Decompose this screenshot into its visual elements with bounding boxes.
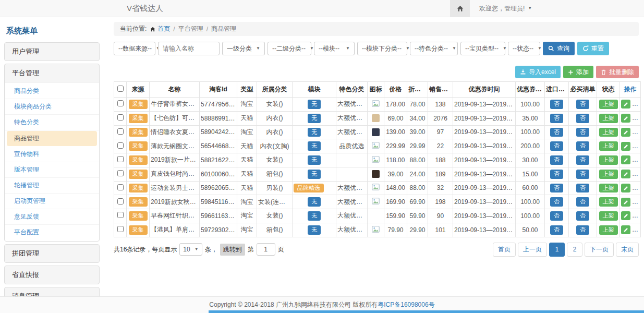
filter-select[interactable]: --模块--▼ <box>314 42 355 55</box>
import-select-toggle[interactable]: 否 <box>550 184 563 193</box>
sidebar-item[interactable]: 启动页管理 <box>5 194 99 209</box>
status-badge[interactable]: 上架 <box>599 170 618 179</box>
caret-down-icon: ▼ <box>195 247 199 251</box>
edit-button[interactable] <box>621 184 630 192</box>
status-badge[interactable]: 上架 <box>599 155 618 165</box>
must-buy-toggle[interactable]: 否 <box>576 170 589 179</box>
row-checkbox[interactable] <box>117 198 124 204</box>
sidebar-item[interactable]: 轮播管理 <box>5 178 99 194</box>
sidebar-item[interactable]: 特色分类 <box>5 115 99 130</box>
import-excel-button[interactable]: 导入excel <box>515 66 561 78</box>
search-button[interactable]: 查询 <box>543 42 575 55</box>
must-buy-toggle[interactable]: 否 <box>576 184 589 193</box>
status-badge[interactable]: 上架 <box>599 100 618 109</box>
filter-select[interactable]: --数据来源--▼ <box>114 42 155 55</box>
batch-delete-button[interactable]: 批量删除 <box>596 66 639 78</box>
sidebar-item[interactable]: 模块商品分类 <box>5 99 99 115</box>
edit-button[interactable] <box>621 225 630 234</box>
import-select-toggle[interactable]: 否 <box>550 100 563 109</box>
import-select-toggle[interactable]: 否 <box>550 141 563 151</box>
status-badge[interactable]: 上架 <box>599 114 618 123</box>
status-badge[interactable]: 上架 <box>599 197 618 207</box>
status-badge[interactable]: 上架 <box>599 184 618 193</box>
edit-button[interactable] <box>621 170 630 178</box>
add-button[interactable]: 添加 <box>563 66 593 78</box>
status-badge[interactable]: 上架 <box>599 225 618 235</box>
page-button[interactable]: 1 <box>549 243 565 257</box>
must-buy-toggle[interactable]: 否 <box>576 141 589 151</box>
import-select-cell: 否 <box>545 181 569 195</box>
sidebar-panel-header[interactable]: 用户管理 <box>5 43 99 61</box>
import-select-toggle[interactable]: 否 <box>550 225 563 235</box>
user-menu[interactable]: 欢迎您，管理员! ▼ <box>470 0 532 17</box>
select-all-checkbox[interactable] <box>117 86 124 92</box>
status-cell: 上架 <box>597 223 620 237</box>
type-cell: 淘宝 <box>237 209 257 223</box>
reset-button[interactable]: 重置 <box>577 42 609 55</box>
row-checkbox[interactable] <box>117 156 124 162</box>
sidebar-item[interactable]: 商品分类 <box>5 83 99 99</box>
row-checkbox[interactable] <box>117 226 124 232</box>
row-checkbox[interactable] <box>117 100 124 106</box>
breadcrumb-home-link[interactable]: 首页 <box>150 25 170 33</box>
sidebar-panel-header[interactable]: 平台管理 <box>5 64 99 82</box>
row-checkbox[interactable] <box>117 128 124 135</box>
edit-button[interactable] <box>621 114 630 123</box>
status-badge[interactable]: 上架 <box>599 128 618 137</box>
filter-select[interactable]: --二级分类--▼ <box>268 42 311 55</box>
sidebar-item[interactable]: 版本管理 <box>5 162 99 178</box>
status-badge[interactable]: 上架 <box>599 141 618 151</box>
row-checkbox[interactable] <box>117 114 124 121</box>
page-button[interactable]: 末页 <box>616 243 639 257</box>
edit-button[interactable] <box>621 198 630 207</box>
page-button[interactable]: 上一页 <box>518 243 547 257</box>
must-buy-toggle[interactable]: 否 <box>576 225 589 235</box>
filter-select[interactable]: --特色分类--▼ <box>410 42 458 55</box>
import-select-toggle[interactable]: 否 <box>550 155 563 165</box>
import-select-toggle[interactable]: 否 <box>550 197 563 207</box>
page-button[interactable]: 2 <box>567 243 582 257</box>
name-search-input[interactable] <box>158 42 220 55</box>
horizontal-scrollbar-thumb[interactable] <box>209 310 644 313</box>
per-page-select[interactable]: 10 ▼ <box>179 243 202 256</box>
edit-button[interactable] <box>621 128 630 137</box>
row-checkbox-cell <box>114 125 127 139</box>
edit-button[interactable] <box>621 155 630 164</box>
row-checkbox[interactable] <box>117 142 124 149</box>
row-checkbox[interactable] <box>117 212 124 218</box>
import-select-toggle[interactable]: 否 <box>550 128 563 137</box>
row-checkbox[interactable] <box>117 184 124 190</box>
page-button[interactable]: 首页 <box>493 243 516 257</box>
must-buy-toggle[interactable]: 否 <box>576 100 589 109</box>
sidebar-panel-header[interactable]: 省直快报 <box>5 266 99 284</box>
filter-select[interactable]: --模块下分类--▼ <box>357 42 407 55</box>
import-select-toggle[interactable]: 否 <box>550 170 563 179</box>
must-buy-toggle[interactable]: 否 <box>576 155 589 165</box>
sidebar-item[interactable]: 意见反馈 <box>5 209 99 225</box>
sidebar-item[interactable]: 宣传物料 <box>5 147 99 162</box>
edit-button[interactable] <box>621 142 630 151</box>
icp-link[interactable]: 粤ICP备16098006号 <box>378 300 434 309</box>
must-buy-toggle[interactable]: 否 <box>576 114 589 123</box>
filter-select[interactable]: --宝贝类型--▼ <box>460 42 505 55</box>
jump-button[interactable]: 跳转到 <box>220 244 245 256</box>
page-button[interactable]: 下一页 <box>585 243 614 257</box>
sidebar-item[interactable]: 商品管理 <box>7 131 97 146</box>
edit-button[interactable] <box>621 211 630 220</box>
status-badge[interactable]: 上架 <box>599 211 618 221</box>
must-buy-toggle[interactable]: 否 <box>576 128 589 137</box>
must-buy-toggle[interactable]: 否 <box>576 197 589 207</box>
home-button[interactable] <box>450 0 470 17</box>
edit-button[interactable] <box>621 100 630 109</box>
import-select-toggle[interactable]: 否 <box>550 114 563 123</box>
caret-down-icon: ▼ <box>406 46 410 51</box>
import-select-toggle[interactable]: 否 <box>550 211 563 221</box>
sidebar-panel-header[interactable]: 拼团管理 <box>5 245 99 262</box>
row-checkbox[interactable] <box>117 170 124 176</box>
filter-select[interactable]: --状态--▼ <box>508 42 540 55</box>
must-buy-toggle[interactable]: 否 <box>576 211 589 221</box>
source-cell: 采集 <box>127 125 150 139</box>
sidebar-item[interactable]: 平台配置 <box>5 225 99 240</box>
jump-page-input[interactable] <box>257 243 275 256</box>
filter-select[interactable]: 一级分类▼ <box>222 42 265 55</box>
